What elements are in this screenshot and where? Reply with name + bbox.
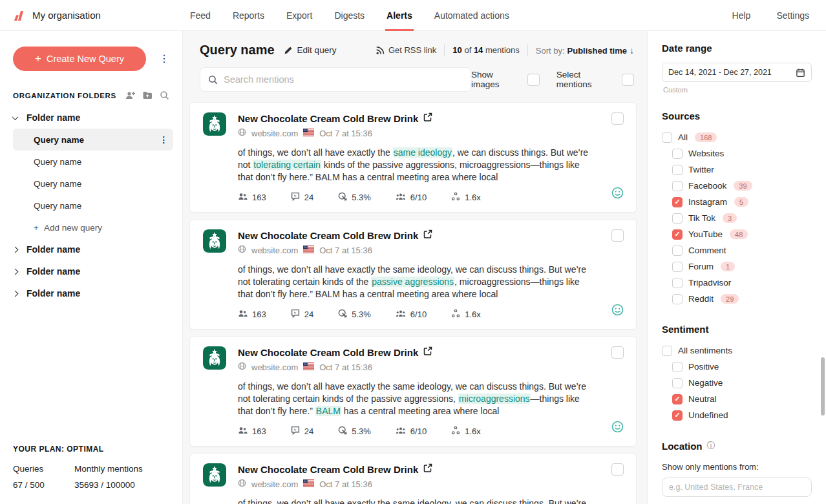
filter-label[interactable]: All sentiments <box>678 346 732 355</box>
filter-label[interactable]: Tik Tok <box>688 213 715 223</box>
show-images-label[interactable]: Show images <box>471 70 521 89</box>
source-checkbox-reddit[interactable] <box>672 294 683 304</box>
brand[interactable]: My organisation <box>0 8 101 23</box>
sentiment-checkbox-undefined[interactable]: ✓ <box>672 410 683 421</box>
mention-select-checkbox[interactable] <box>611 346 624 359</box>
sidebar-folder-collapsed[interactable]: Folder name <box>13 238 173 260</box>
chevron-right-icon[interactable] <box>12 246 19 253</box>
chevron-right-icon[interactable] <box>12 268 19 275</box>
filter-label[interactable]: Reddit <box>688 294 714 304</box>
sentiment-checkbox-all-sentiments[interactable] <box>662 346 672 356</box>
nav-item-automated-actions[interactable]: Automated actions <box>433 0 511 31</box>
add-folder-icon[interactable] <box>142 90 153 100</box>
filter-label[interactable]: Websites <box>688 149 724 158</box>
search-mentions-input[interactable] <box>224 74 463 85</box>
query-kebab-menu-icon[interactable]: ⋮ <box>160 134 174 145</box>
sort-control[interactable]: Sort by:Published time↓ <box>536 45 634 56</box>
mention-text: of things, we don’t all have exactly the… <box>238 147 592 184</box>
sentiment-filter-positive: Positive <box>662 359 812 375</box>
show-images-toggle[interactable]: Show images <box>471 70 540 89</box>
nav-item-digests[interactable]: Digests <box>333 0 366 31</box>
edit-query-button[interactable]: Edit query <box>284 45 337 55</box>
filter-label[interactable]: Neutral <box>688 394 717 404</box>
mention-source[interactable]: website.com <box>251 246 298 255</box>
mention-title-link[interactable]: New Chocolate Cream Cold Brew Drink <box>238 113 418 124</box>
filter-label[interactable]: All <box>678 132 688 142</box>
folder-search-icon[interactable] <box>160 90 169 100</box>
sidebar-item-query[interactable]: Query name <box>13 173 173 194</box>
source-checkbox-tripadvisor[interactable] <box>672 278 683 288</box>
source-checkbox-instagram[interactable]: ✓ <box>672 197 683 207</box>
mention-title-link[interactable]: New Chocolate Cream Cold Brew Drink <box>238 230 418 241</box>
external-link-icon[interactable] <box>423 112 432 124</box>
filter-label[interactable]: Tripadvisor <box>688 278 731 288</box>
create-new-query-button[interactable]: + Create New Query <box>13 47 146 71</box>
sidebar-item-query[interactable]: Query name⋮ <box>13 129 173 151</box>
sentiment-checkbox-negative[interactable] <box>672 378 683 388</box>
mention-source[interactable]: website.com <box>251 479 298 489</box>
organisation-name[interactable]: My organisation <box>32 10 101 21</box>
filter-label[interactable]: Facebook <box>688 181 726 191</box>
select-mentions-label[interactable]: Select mentions <box>556 70 615 89</box>
filter-label[interactable]: Undefined <box>688 410 728 420</box>
select-mentions-toggle[interactable]: Select mentions <box>556 70 634 89</box>
mention-select-checkbox[interactable] <box>611 229 624 242</box>
source-checkbox-comment[interactable] <box>672 246 683 256</box>
sentiment-checkbox-neutral[interactable]: ✓ <box>672 394 683 404</box>
get-rss-link[interactable]: Get RSS link <box>376 45 436 55</box>
sentiment-checkbox-positive[interactable] <box>672 362 683 372</box>
source-checkbox-tik-tok[interactable] <box>672 213 683 224</box>
filter-label[interactable]: Negative <box>688 378 723 388</box>
mention-title-link[interactable]: New Chocolate Cream Cold Brew Drink <box>238 347 418 358</box>
filter-label[interactable]: Comment <box>688 246 726 255</box>
source-checkbox-twitter[interactable] <box>672 165 683 175</box>
sidebar-item-query[interactable]: Query name <box>13 194 173 216</box>
sidebar-folder-collapsed[interactable]: Folder name <box>13 260 173 282</box>
count-badge: 1 <box>721 262 735 271</box>
sidebar-item-query[interactable]: Query name <box>13 151 173 173</box>
nav-item-export[interactable]: Export <box>285 0 313 31</box>
external-link-icon[interactable] <box>423 346 432 358</box>
sentiment-positive-icon[interactable] <box>611 421 624 436</box>
add-person-icon[interactable] <box>125 90 136 100</box>
sidebar-kebab-menu-icon[interactable]: ⋮ <box>155 51 173 67</box>
mention-title-link[interactable]: New Chocolate Cream Cold Brew Drink <box>238 464 418 475</box>
nav-item-help[interactable]: Help <box>731 0 752 31</box>
filter-label[interactable]: Twitter <box>688 165 714 174</box>
filter-label[interactable]: Forum <box>688 262 714 271</box>
chevron-right-icon[interactable] <box>12 290 19 297</box>
filter-label[interactable]: Instagram <box>688 197 727 207</box>
nav-item-feed[interactable]: Feed <box>189 0 212 31</box>
sidebar-folder-expanded[interactable]: Folder name <box>13 107 173 129</box>
rss-icon <box>376 46 385 55</box>
source-checkbox-forum[interactable] <box>672 262 683 272</box>
sort-direction-icon[interactable]: ↓ <box>630 45 634 56</box>
sidebar-scrollbar-thumb[interactable] <box>821 357 825 415</box>
filter-label[interactable]: YouTube <box>688 229 723 239</box>
nav-item-alerts[interactable]: Alerts <box>385 0 414 31</box>
mention-source[interactable]: website.com <box>251 129 298 138</box>
nav-item-settings[interactable]: Settings <box>775 0 810 31</box>
external-link-icon[interactable] <box>423 229 432 241</box>
filter-label[interactable]: Positive <box>688 362 719 372</box>
source-checkbox-youtube[interactable]: ✓ <box>672 229 683 240</box>
mention-select-checkbox[interactable] <box>611 112 624 125</box>
sidebar-folder-collapsed[interactable]: Folder name <box>13 282 173 304</box>
chevron-down-icon[interactable] <box>12 114 19 120</box>
nav-item-reports[interactable]: Reports <box>231 0 266 31</box>
add-new-query-button[interactable]: +Add new query <box>13 216 173 238</box>
mention-select-checkbox[interactable] <box>611 463 624 476</box>
sentiment-positive-icon[interactable] <box>611 304 624 319</box>
select-mentions-checkbox[interactable] <box>622 74 634 86</box>
show-images-checkbox[interactable] <box>527 74 540 86</box>
date-range-value[interactable]: Dec 14, 2021 - Dec 27, 2021 <box>668 68 792 77</box>
mention-source[interactable]: website.com <box>251 362 298 372</box>
external-link-icon[interactable] <box>423 463 432 475</box>
location-include-input[interactable] <box>662 478 812 497</box>
sentiment-positive-icon[interactable] <box>611 187 624 202</box>
date-range-picker[interactable]: Dec 14, 2021 - Dec 27, 2021 <box>662 63 812 82</box>
location-info-icon[interactable]: ⓘ <box>707 440 715 452</box>
source-checkbox-all[interactable] <box>662 132 672 143</box>
source-checkbox-websites[interactable] <box>672 149 683 159</box>
source-checkbox-facebook[interactable] <box>672 181 683 191</box>
